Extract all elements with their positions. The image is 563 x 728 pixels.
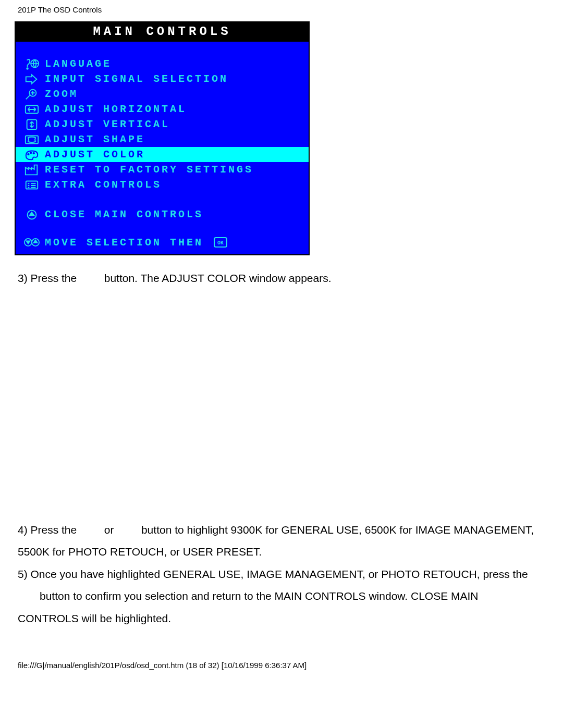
- adjust-vertical-icon: [19, 118, 45, 131]
- step3-text-b: button. The ADJUST COLOR window appears.: [104, 272, 332, 284]
- up-down-icon: [19, 236, 45, 249]
- menu-label: CLOSE MAIN CONTROLS: [45, 208, 203, 220]
- menu-item-extra-controls[interactable]: EXTRA CONTROLS: [16, 177, 309, 192]
- page-header: 201P The OSD Controls: [0, 0, 563, 21]
- menu-label: ZOOM: [45, 88, 78, 100]
- menu-item-adjust-color[interactable]: ADJUST COLOR: [16, 147, 309, 162]
- step5-text-c: CONTROLS will be highlighted.: [18, 610, 541, 627]
- input-signal-icon: [19, 73, 45, 85]
- zoom-icon: [19, 88, 45, 101]
- adjust-horizontal-icon: [19, 103, 45, 116]
- menu-label: INPUT SIGNAL SELECTION: [45, 73, 228, 85]
- svg-point-8: [33, 152, 34, 153]
- menu-label: LANGUAGE: [45, 58, 112, 70]
- menu-item-reset-factory[interactable]: RESET TO FACTORY SETTINGS: [16, 162, 309, 177]
- osd-panel: MAIN CONTROLS LANGUAGE INPUT SIGNAL S: [15, 21, 310, 255]
- svg-point-6: [28, 153, 29, 154]
- close-icon: [19, 208, 45, 221]
- menu-item-close[interactable]: CLOSE MAIN CONTROLS: [16, 207, 309, 222]
- step4-text-a: 4) Press the: [18, 524, 77, 536]
- step3-text-a: 3) Press the: [18, 272, 77, 284]
- step5-text-b: button to confirm you selection and retu…: [18, 588, 541, 605]
- page-footer: file:///G|/manual/english/201P/osd/osd_c…: [0, 632, 563, 670]
- menu-label: ADJUST SHAPE: [45, 133, 145, 145]
- adjust-shape-icon: [19, 133, 45, 146]
- footer-label: MOVE SELECTION THEN: [45, 237, 203, 249]
- menu-label: RESET TO FACTORY SETTINGS: [45, 164, 253, 176]
- osd-title: MAIN CONTROLS: [16, 22, 309, 42]
- menu-label: EXTRA CONTROLS: [45, 179, 162, 191]
- factory-icon: [19, 164, 45, 176]
- instruction-text: 3) Press the button. The ADJUST COLOR wi…: [0, 255, 563, 627]
- svg-point-0: [27, 68, 28, 69]
- menu-item-input-signal[interactable]: INPUT SIGNAL SELECTION: [16, 71, 309, 87]
- ok-icon: OK: [214, 237, 227, 248]
- menu-item-adjust-vertical[interactable]: ADJUST VERTICAL: [16, 117, 309, 132]
- adjust-color-icon: [19, 149, 45, 161]
- menu-item-zoom[interactable]: ZOOM: [16, 87, 309, 102]
- menu-label: ADJUST VERTICAL: [45, 118, 170, 130]
- step4-text-b: button to highlight 9300K for GENERAL US…: [141, 524, 534, 536]
- svg-point-7: [30, 152, 31, 153]
- menu-item-adjust-horizontal[interactable]: ADJUST HORIZONTAL: [16, 102, 309, 117]
- osd-footer-hint: MOVE SELECTION THEN OK: [16, 232, 309, 254]
- extra-controls-icon: [19, 179, 45, 191]
- menu-item-language[interactable]: LANGUAGE: [16, 56, 309, 71]
- menu-item-adjust-shape[interactable]: ADJUST SHAPE: [16, 132, 309, 147]
- menu-label: ADJUST HORIZONTAL: [45, 103, 187, 115]
- menu-label: ADJUST COLOR: [45, 149, 145, 161]
- step4-text-or: or: [104, 524, 114, 536]
- step4-text-c: 5500K for PHOTO RETOUCH, or USER PRESET.: [18, 544, 541, 561]
- svg-text:OK: OK: [217, 240, 224, 246]
- step5-text-a: 5) Once you have highlighted GENERAL USE…: [18, 566, 541, 583]
- language-icon: [19, 58, 45, 70]
